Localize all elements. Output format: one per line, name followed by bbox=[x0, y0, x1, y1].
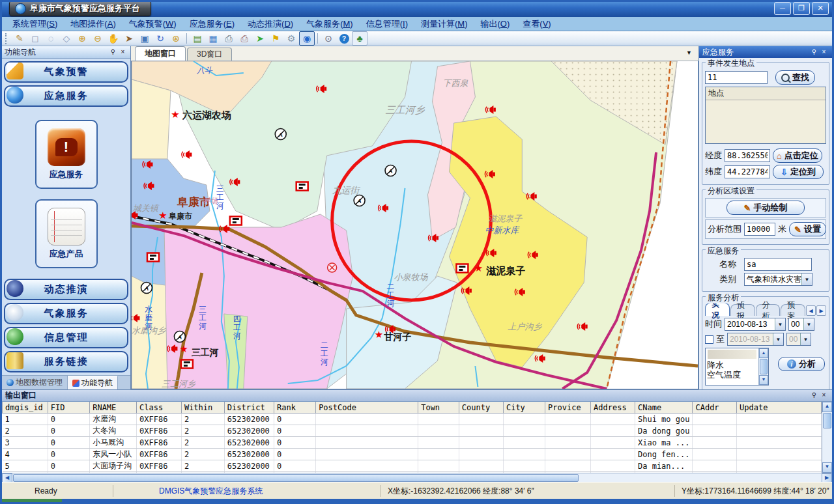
right-panel-close-icon[interactable]: × bbox=[819, 48, 829, 57]
pointer-icon[interactable]: ➤ bbox=[121, 31, 137, 46]
column-header-Class[interactable]: Class bbox=[137, 402, 182, 413]
factor-scrollbar[interactable]: ▲ ▼ bbox=[758, 348, 768, 385]
menu-system[interactable]: 系统管理(S) bbox=[6, 16, 64, 32]
sidebar-group-dynamic-deduction[interactable]: 动态推演 bbox=[4, 279, 128, 300]
scroll-right-icon[interactable]: ▶ bbox=[822, 473, 832, 483]
help-icon[interactable]: ? bbox=[336, 31, 352, 46]
settings-icon[interactable]: ⚙ bbox=[283, 31, 299, 46]
click-locate-button[interactable]: ⌂ 点击定位 bbox=[773, 148, 822, 163]
to-hour-select[interactable]: 00 ▼ bbox=[786, 333, 811, 346]
map-tab-3d[interactable]: 3D窗口 bbox=[187, 48, 232, 61]
menu-emergency[interactable]: 应急服务(E) bbox=[183, 16, 241, 32]
table-row[interactable]: 30小马厩沟0XFF8626523020000Xiao ma ... bbox=[3, 437, 822, 449]
select-circle-icon[interactable]: ◌ bbox=[43, 31, 59, 46]
table-horizontal-scrollbar[interactable]: ◀ ▶ bbox=[2, 473, 832, 483]
scroll-down-icon[interactable]: ▼ bbox=[822, 462, 832, 473]
pan-icon[interactable]: ✋ bbox=[106, 31, 121, 46]
set-range-button[interactable]: ✎ 设置 bbox=[789, 222, 826, 236]
star-marker[interactable]: ★ bbox=[474, 262, 483, 273]
to-time-checkbox[interactable] bbox=[705, 335, 713, 344]
map-svg[interactable]: AAAAA★★★★★六运湖农场三工河乡下西泉九运街阜康市城关镇阜康市种场滋泥泉子… bbox=[132, 61, 698, 389]
menu-deduction[interactable]: 动态推演(D) bbox=[241, 16, 300, 32]
column-header-RNAME[interactable]: RNAME bbox=[90, 402, 137, 413]
analysis-tab-1[interactable]: 预报 bbox=[730, 304, 755, 316]
station-marker[interactable]: A bbox=[275, 129, 286, 140]
goto-location-button[interactable]: ⇩ 定位到 bbox=[773, 165, 824, 179]
table-row[interactable]: 20大冬沟0XFF8626523020000Da dong gou bbox=[3, 425, 822, 437]
emergency-alert-button[interactable]: !应急服务 bbox=[35, 120, 98, 189]
combo-arrow-icon[interactable]: ▼ bbox=[775, 318, 785, 330]
column-header-dmgis_id[interactable]: dmgis_id bbox=[3, 402, 48, 413]
full-extent-icon[interactable]: ▣ bbox=[137, 31, 152, 46]
column-header-CAddr[interactable]: CAddr bbox=[693, 402, 737, 413]
service-type-select[interactable]: 气象和洪水灾害 ▼ bbox=[744, 273, 812, 286]
sidebar-group-service-link[interactable]: 服务链接 bbox=[4, 351, 128, 372]
globe-tool-icon[interactable]: ◉ bbox=[299, 31, 315, 46]
left-panel-close-icon[interactable]: × bbox=[118, 48, 128, 57]
sidebar-group-weather-service[interactable]: 气象服务 bbox=[4, 303, 128, 324]
gas-marker[interactable] bbox=[147, 253, 159, 262]
location-list-body[interactable] bbox=[706, 100, 826, 143]
analysis-tab-2[interactable]: 分析 bbox=[756, 304, 781, 316]
layers-icon[interactable]: ▤ bbox=[190, 31, 205, 46]
column-header-Within[interactable]: Within bbox=[181, 402, 224, 413]
marker-pin-icon[interactable]: ⚑ bbox=[268, 31, 283, 46]
table-vertical-scrollbar[interactable]: ▲ ▼ bbox=[822, 402, 832, 473]
map-tab-dropdown-icon[interactable]: ▼ bbox=[686, 49, 692, 56]
scroll-up-icon[interactable]: ▲ bbox=[759, 348, 768, 358]
gas-marker[interactable] bbox=[296, 182, 308, 191]
green-arrow-icon[interactable]: ➤ bbox=[252, 31, 268, 46]
left-tab-function-nav[interactable]: 功能导航 bbox=[68, 376, 118, 389]
scroll-thumb[interactable] bbox=[760, 359, 768, 374]
scroll-thumb[interactable] bbox=[13, 474, 579, 482]
latitude-input[interactable] bbox=[725, 165, 770, 178]
station-marker[interactable]: A bbox=[354, 195, 365, 206]
location-list[interactable]: 地点 bbox=[705, 87, 826, 144]
analysis-range-input[interactable] bbox=[744, 223, 775, 236]
to-date-select[interactable]: 2010-08-13 ▼ bbox=[727, 333, 784, 346]
menu-map-op[interactable]: 地图操作(A) bbox=[64, 16, 122, 32]
legend-icon[interactable]: ♣ bbox=[352, 31, 367, 46]
manual-draw-button[interactable]: ✎ 手动绘制 bbox=[726, 201, 805, 215]
menu-weather[interactable]: 气象服务(M) bbox=[300, 16, 360, 32]
station-marker[interactable]: A bbox=[141, 283, 152, 294]
star-marker[interactable]: ★ bbox=[375, 329, 383, 340]
tabs-scroll-right-icon[interactable]: ▶ bbox=[816, 305, 826, 316]
export-map-icon[interactable]: ▦ bbox=[205, 31, 221, 46]
measure-icon[interactable]: ✎ bbox=[12, 31, 27, 46]
analysis-tab-3[interactable]: 预案 bbox=[781, 304, 805, 316]
sidebar-group-info-management[interactable]: 信息管理 bbox=[4, 327, 128, 348]
close-button[interactable]: ✕ bbox=[812, 2, 829, 15]
restore-button[interactable]: ❐ bbox=[793, 2, 810, 15]
left-panel-pin-icon[interactable]: ⚲ bbox=[108, 48, 118, 57]
gas-marker[interactable] bbox=[230, 217, 242, 225]
column-header-County[interactable]: County bbox=[459, 402, 503, 413]
star-marker[interactable]: ★ bbox=[171, 109, 179, 120]
analysis-tab-0[interactable]: 实况 bbox=[705, 303, 730, 316]
left-tab-map-data[interactable]: 地图数据管理 bbox=[2, 376, 68, 389]
print-preview-icon[interactable]: ⎙ bbox=[237, 31, 252, 46]
column-header-Address[interactable]: Address bbox=[591, 402, 635, 413]
table-row[interactable]: 50大面场子沟0XFF8626523020000Da mian... bbox=[3, 460, 822, 472]
gas-marker[interactable] bbox=[181, 360, 193, 369]
print-icon[interactable]: ⎙ bbox=[221, 31, 237, 46]
hour-select[interactable]: 00 ▼ bbox=[788, 318, 814, 331]
menu-info[interactable]: 信息管理(I) bbox=[360, 16, 414, 32]
emergency-product-button[interactable]: 应急产品 bbox=[35, 199, 98, 268]
scroll-down-icon[interactable]: ▼ bbox=[759, 375, 768, 385]
menu-warning[interactable]: 气象预警(W) bbox=[122, 16, 183, 32]
menu-output[interactable]: 输出(O) bbox=[474, 16, 517, 32]
station-marker[interactable]: A bbox=[174, 331, 185, 343]
longitude-input[interactable] bbox=[725, 149, 770, 162]
station-marker[interactable]: A bbox=[385, 165, 396, 176]
map-tab-2d[interactable]: 地图窗口 bbox=[135, 46, 186, 61]
combo-arrow-icon[interactable]: ▼ bbox=[800, 333, 811, 345]
scroll-up-icon[interactable]: ▲ bbox=[822, 402, 832, 412]
eye-icon[interactable]: ⊙ bbox=[321, 31, 336, 46]
zoom-out-icon[interactable]: ⊖ bbox=[90, 31, 106, 46]
factor-item[interactable]: 降水 bbox=[706, 360, 758, 370]
table-row[interactable]: 40东风一小队0XFF8626523020000Dong fen... bbox=[3, 449, 822, 460]
scroll-left-icon[interactable]: ◀ bbox=[2, 473, 12, 483]
service-name-input[interactable] bbox=[744, 258, 812, 271]
toolbar-grip[interactable] bbox=[5, 33, 10, 44]
